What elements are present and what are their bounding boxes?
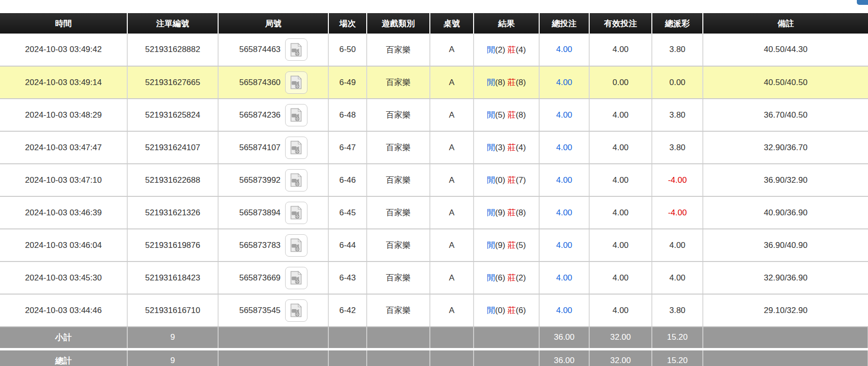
cell-table-no: A (430, 229, 474, 261)
cell-bet-id: 521931618423 (127, 261, 218, 294)
grand-total-label: 總計 (0, 349, 127, 366)
result-banker-label: 莊 (508, 273, 516, 282)
column-header-total-payout: 總派彩 (652, 13, 703, 34)
cut-off-blue-button[interactable] (857, 0, 868, 5)
video-replay-button[interactable] (285, 299, 307, 322)
cell-result: 閒(9) 莊(5) (474, 229, 539, 261)
video-replay-button[interactable] (285, 234, 307, 257)
table-row[interactable]: 2024-10-03 03:49:14 521931627665 5658743… (0, 66, 868, 99)
subtotal-empty-cell (703, 327, 868, 349)
grand-total-empty-cell (430, 349, 474, 366)
cell-bet-id: 521931628882 (127, 34, 218, 66)
subtotal-empty-cell (367, 327, 430, 349)
result-player-label: 閒 (487, 110, 495, 120)
round-id-text: 565874236 (239, 110, 280, 120)
video-replay-button[interactable] (285, 104, 307, 126)
grand-total-empty-cell (703, 349, 868, 366)
cell-total-payout: 0.00 (652, 66, 703, 99)
table-row[interactable]: 2024-10-03 03:49:42 521931628882 5658744… (0, 34, 868, 66)
subtotal-row: 小計 9 36.00 32.00 15.20 (0, 327, 868, 349)
cell-total-payout: -4.00 (652, 164, 703, 196)
video-replay-button[interactable] (285, 169, 307, 192)
grand-total-count: 9 (127, 349, 218, 366)
result-banker-points: (4) (516, 143, 526, 152)
table-row[interactable]: 2024-10-03 03:45:30 521931618423 5658736… (0, 261, 868, 294)
cell-valid-bet: 4.00 (589, 294, 652, 327)
cell-session: 6-46 (328, 164, 367, 196)
cell-table-no: A (430, 196, 474, 229)
cell-total-bet: 4.00 (539, 34, 589, 66)
video-file-icon (289, 75, 303, 89)
video-file-icon (289, 303, 303, 317)
cell-time: 2024-10-03 03:44:46 (0, 294, 127, 327)
result-player-label: 閒 (487, 208, 495, 217)
cell-result: 閒(0) 莊(6) (474, 294, 539, 327)
video-replay-button[interactable] (285, 137, 307, 159)
result-banker-label: 莊 (508, 241, 516, 250)
result-player-points: (9) (495, 208, 505, 217)
cell-time: 2024-10-03 03:49:42 (0, 34, 127, 66)
cell-total-bet: 4.00 (539, 66, 589, 99)
subtotal-empty-cell (328, 327, 367, 349)
cell-total-payout: 3.80 (652, 34, 703, 66)
grand-total-payout: 15.20 (652, 349, 703, 366)
cell-result: 閒(6) 莊(2) (474, 261, 539, 294)
cell-game-type: 百家樂 (367, 294, 430, 327)
round-id-text: 565873669 (239, 273, 280, 283)
grand-total-row: 總計 9 36.00 32.00 15.20 (0, 349, 868, 366)
result-banker-points: (8) (516, 110, 526, 120)
cell-bet-id: 521931619876 (127, 229, 218, 261)
video-file-icon (289, 271, 303, 285)
cell-remark: 40.50/44.30 (703, 34, 868, 66)
cell-remark: 36.90/40.90 (703, 229, 868, 261)
grand-total-empty-cell (328, 349, 367, 366)
cell-total-payout: 4.00 (652, 229, 703, 261)
cell-session: 6-47 (328, 131, 367, 164)
table-row[interactable]: 2024-10-03 03:46:04 521931619876 5658737… (0, 229, 868, 261)
cell-round-id: 565873669 (218, 261, 328, 294)
cell-valid-bet: 4.00 (589, 34, 652, 66)
result-banker-label: 莊 (508, 45, 516, 54)
column-header-bet-id: 注單編號 (127, 13, 218, 34)
round-id-text: 565873545 (239, 306, 280, 315)
cell-result: 閒(5) 莊(8) (474, 99, 539, 131)
cell-game-type: 百家樂 (367, 131, 430, 164)
video-replay-button[interactable] (285, 38, 307, 61)
result-player-label: 閒 (487, 241, 495, 250)
video-replay-button[interactable] (285, 267, 307, 289)
cell-bet-id: 521931624107 (127, 131, 218, 164)
result-banker-points: (4) (516, 45, 526, 54)
result-player-points: (3) (495, 143, 505, 152)
table-row[interactable]: 2024-10-03 03:48:29 521931625824 5658742… (0, 99, 868, 131)
subtotal-valid-bet: 32.00 (589, 327, 652, 349)
cell-game-type: 百家樂 (367, 66, 430, 99)
cell-remark: 40.90/36.90 (703, 196, 868, 229)
result-player-label: 閒 (487, 273, 495, 282)
column-header-table-no: 桌號 (430, 13, 474, 34)
bet-records-table: 時間 注單編號 局號 場次 遊戲類別 桌號 結果 總投注 有效投注 總派彩 備註… (0, 13, 868, 366)
grand-total-empty-cell (474, 349, 539, 366)
column-header-game-type: 遊戲類別 (367, 13, 430, 34)
result-player-points: (8) (495, 78, 505, 87)
grand-total-empty-cell (367, 349, 430, 366)
result-banker-points: (2) (516, 273, 526, 282)
cell-bet-id: 521931616710 (127, 294, 218, 327)
cell-result: 閒(0) 莊(7) (474, 164, 539, 196)
cell-bet-id: 521931622688 (127, 164, 218, 196)
table-row[interactable]: 2024-10-03 03:44:46 521931616710 5658735… (0, 294, 868, 327)
cell-session: 6-43 (328, 261, 367, 294)
video-replay-button[interactable] (285, 71, 307, 94)
table-row[interactable]: 2024-10-03 03:47:47 521931624107 5658741… (0, 131, 868, 164)
video-replay-button[interactable] (285, 202, 307, 224)
table-row[interactable]: 2024-10-03 03:47:10 521931622688 5658739… (0, 164, 868, 196)
cell-valid-bet: 4.00 (589, 261, 652, 294)
table-row[interactable]: 2024-10-03 03:46:39 521931621326 5658738… (0, 196, 868, 229)
result-player-points: (5) (495, 110, 505, 120)
cell-result: 閒(8) 莊(8) (474, 66, 539, 99)
column-header-session: 場次 (328, 13, 367, 34)
cell-result: 閒(9) 莊(8) (474, 196, 539, 229)
column-header-remark: 備註 (703, 13, 868, 34)
subtotal-payout: 15.20 (652, 327, 703, 349)
round-id-text: 565873783 (239, 241, 280, 250)
cell-remark: 40.50/40.50 (703, 66, 868, 99)
